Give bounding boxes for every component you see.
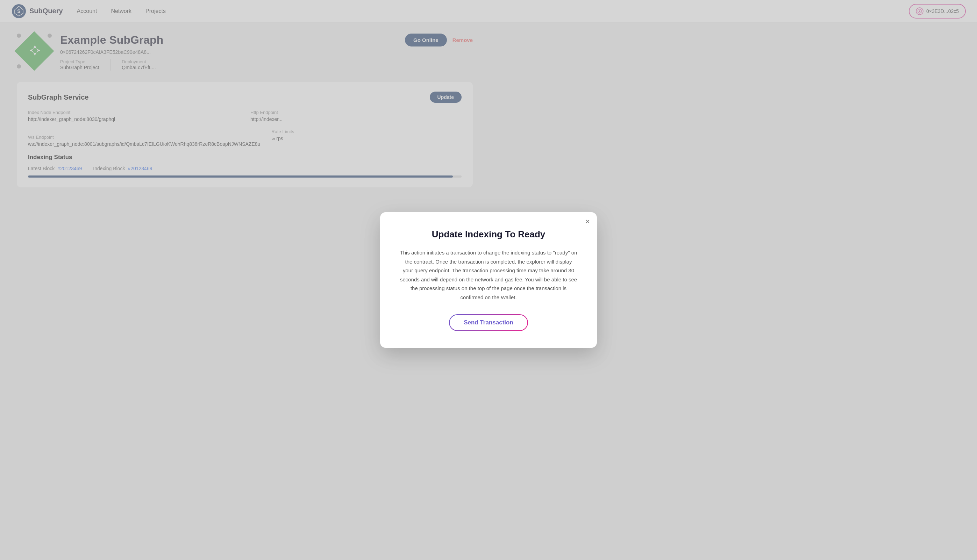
send-button-gradient-border: Send Transaction (449, 314, 528, 331)
modal-title: Update Indexing To Ready (400, 229, 577, 240)
modal-dialog: × Update Indexing To Ready This action i… (380, 212, 597, 348)
send-transaction-button[interactable]: Send Transaction (450, 315, 527, 330)
modal-body: This action initiates a transaction to c… (400, 248, 577, 302)
modal-close-button[interactable]: × (585, 218, 590, 225)
modal-overlay: × Update Indexing To Ready This action i… (0, 0, 977, 560)
modal-send-wrapper: Send Transaction (400, 314, 577, 331)
